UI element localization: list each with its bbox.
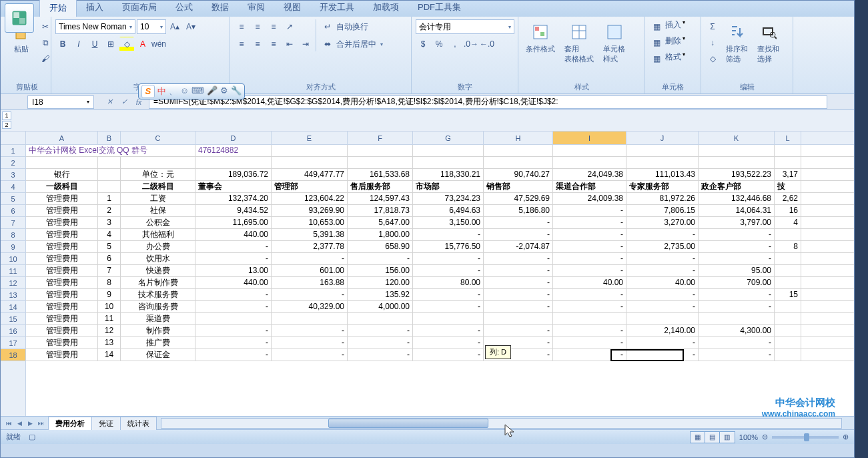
- cell[interactable]: 123,604.22: [272, 193, 348, 204]
- cell[interactable]: 销售部: [484, 181, 553, 192]
- row-header-10[interactable]: 10: [1, 253, 25, 265]
- cell[interactable]: 13.00: [195, 265, 272, 276]
- col-header-I[interactable]: I: [553, 132, 626, 144]
- enter-formula-button[interactable]: ✓: [118, 96, 130, 108]
- cell[interactable]: 189,036.72: [195, 169, 272, 180]
- cell[interactable]: -: [413, 265, 484, 276]
- cell[interactable]: [484, 145, 553, 156]
- cell[interactable]: -: [626, 265, 699, 276]
- cell[interactable]: [348, 157, 413, 168]
- cell[interactable]: -: [626, 229, 699, 240]
- cell[interactable]: 5,186.80: [484, 205, 553, 216]
- cell[interactable]: -: [626, 289, 699, 300]
- cell[interactable]: -: [272, 349, 348, 361]
- row-header-11[interactable]: 11: [1, 265, 25, 277]
- cell[interactable]: -: [272, 253, 348, 264]
- cell[interactable]: 3,150.00: [413, 217, 484, 228]
- cell[interactable]: 2,377.78: [272, 241, 348, 252]
- cell[interactable]: 156.00: [348, 265, 413, 276]
- autosum-button[interactable]: Σ: [705, 19, 720, 34]
- merge-center-button[interactable]: ⬌合并后居中▾: [320, 37, 383, 51]
- cell[interactable]: -: [699, 289, 775, 300]
- zoom-level[interactable]: 100%: [739, 433, 758, 441]
- cell[interactable]: -: [195, 337, 272, 349]
- cell[interactable]: -: [484, 301, 553, 312]
- row-header-8[interactable]: 8: [1, 229, 25, 241]
- scrollbar-thumb[interactable]: [328, 419, 488, 428]
- cell[interactable]: -: [626, 337, 699, 349]
- cell[interactable]: 709.00: [699, 277, 775, 288]
- cell[interactable]: -: [348, 337, 413, 349]
- cell[interactable]: 制作费: [121, 325, 195, 336]
- cell[interactable]: 其他福利: [121, 229, 195, 240]
- cell[interactable]: 5,391.38: [272, 229, 348, 240]
- ribbon-tab-6[interactable]: 视图: [274, 0, 310, 17]
- cell[interactable]: -: [195, 241, 272, 252]
- cell[interactable]: 10: [98, 301, 121, 312]
- cell[interactable]: 2: [98, 205, 121, 216]
- align-top-button[interactable]: ≡: [234, 19, 249, 34]
- col-header-D[interactable]: D: [195, 132, 272, 144]
- col-header-F[interactable]: F: [348, 132, 413, 144]
- cell[interactable]: [98, 181, 121, 192]
- cell[interactable]: 5,647.00: [348, 217, 413, 228]
- cell[interactable]: 名片制作费: [121, 277, 195, 288]
- cell[interactable]: [413, 157, 484, 168]
- cell[interactable]: 601.00: [272, 265, 348, 276]
- cell[interactable]: -: [195, 349, 272, 361]
- cell[interactable]: 技术服务费: [121, 289, 195, 300]
- cell[interactable]: 管理费用: [26, 253, 98, 264]
- cell[interactable]: -: [413, 289, 484, 300]
- grow-font-button[interactable]: A▴: [167, 19, 182, 34]
- cell[interactable]: -: [413, 253, 484, 264]
- cell[interactable]: -: [484, 217, 553, 228]
- cell[interactable]: 售后服务部: [348, 181, 413, 192]
- row-header-6[interactable]: 6: [1, 205, 25, 217]
- cell[interactable]: 公积金: [121, 217, 195, 228]
- office-button[interactable]: [5, 3, 34, 33]
- cell[interactable]: [775, 337, 801, 349]
- cell[interactable]: 管理部: [272, 181, 348, 192]
- col-header-G[interactable]: G: [413, 132, 484, 144]
- cell[interactable]: 24,009.38: [553, 193, 626, 204]
- cell[interactable]: 管理费用: [26, 241, 98, 252]
- cell[interactable]: 管理费用: [26, 193, 98, 204]
- cell[interactable]: [195, 157, 272, 168]
- row-header-2[interactable]: 2: [1, 157, 25, 169]
- border-button[interactable]: ⊞: [103, 37, 118, 51]
- row-header-5[interactable]: 5: [1, 193, 25, 205]
- cell[interactable]: 40,329.00: [272, 301, 348, 312]
- col-header-C[interactable]: C: [121, 132, 195, 144]
- cell[interactable]: [98, 157, 121, 168]
- cell[interactable]: 保证金: [121, 349, 195, 361]
- cell[interactable]: 市场部: [413, 181, 484, 192]
- cell[interactable]: 2,62: [775, 193, 801, 204]
- ime-toolbar[interactable]: S 中、☺⌨🎤⚙🔧: [138, 83, 245, 99]
- cell[interactable]: 449,477.77: [272, 169, 348, 180]
- cell[interactable]: [775, 349, 801, 361]
- accounting-format-button[interactable]: $: [416, 37, 430, 51]
- col-header-J[interactable]: J: [626, 132, 699, 144]
- cell[interactable]: -: [413, 229, 484, 240]
- tab-next-button[interactable]: ▶: [25, 418, 35, 429]
- cell[interactable]: 管理费用: [26, 349, 98, 361]
- cell[interactable]: [553, 313, 626, 324]
- cell[interactable]: 二级科目: [121, 181, 195, 192]
- cell[interactable]: 5: [98, 241, 121, 252]
- cell[interactable]: 4: [775, 217, 801, 228]
- decrease-indent-button[interactable]: ⇤: [282, 37, 297, 51]
- copy-button[interactable]: ⧉: [38, 35, 53, 50]
- cell[interactable]: 渠道合作部: [553, 181, 626, 192]
- increase-indent-button[interactable]: ⇥: [298, 37, 313, 51]
- row-header-17[interactable]: 17: [1, 337, 25, 349]
- cell[interactable]: -: [699, 301, 775, 312]
- cell[interactable]: 47,529.69: [484, 193, 553, 204]
- ribbon-tab-9[interactable]: PDF工具集: [408, 0, 470, 17]
- cell[interactable]: -: [626, 301, 699, 312]
- cell[interactable]: 管理费用: [26, 217, 98, 228]
- cell[interactable]: 40.00: [553, 277, 626, 288]
- cell[interactable]: 7: [98, 265, 121, 276]
- cell[interactable]: [699, 313, 775, 324]
- cell[interactable]: 4,000.00: [348, 301, 413, 312]
- comma-button[interactable]: ,: [448, 37, 462, 51]
